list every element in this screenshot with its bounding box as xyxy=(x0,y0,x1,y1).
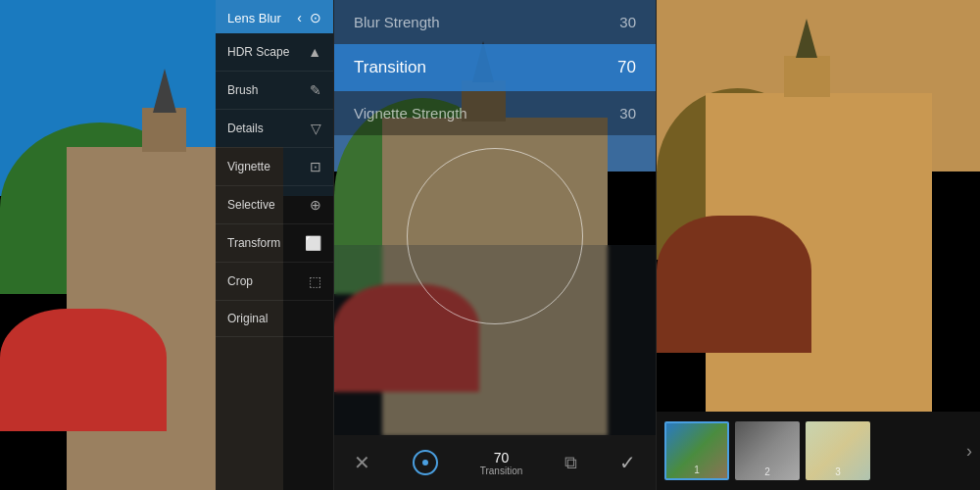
crop-icon: ⬚ xyxy=(309,273,321,289)
panel-2: Blur Strength 30 Transition 70 Vignette … xyxy=(333,0,657,490)
sidebar-item-label: Brush xyxy=(227,83,258,97)
transform-icon: ⬜ xyxy=(305,235,321,251)
transition-row[interactable]: Transition 70 xyxy=(334,44,656,91)
sidebar-item-details[interactable]: Details ▽ xyxy=(216,110,333,148)
toolbar-panel2: ✕ 70 Transition ⧉ ✓ xyxy=(334,435,656,490)
sidebar-item-label: Details xyxy=(227,122,264,135)
toolbar-transition-label: Transition xyxy=(480,466,523,476)
blur-strength-row[interactable]: Blur Strength 30 xyxy=(334,0,656,44)
toolbar-transition-value: 70 xyxy=(494,450,510,466)
sidebar-item-transform[interactable]: Transform ⬜ xyxy=(216,224,333,263)
back-icon[interactable]: ‹ xyxy=(297,10,302,25)
panel-1: Lens Blur ‹ ⊙ HDR Scape ▲ Brush ✎ Detail… xyxy=(0,0,333,490)
sidebar-item-crop[interactable]: Crop ⬚ xyxy=(216,263,333,301)
filmstrip-thumb-2[interactable]: 2 xyxy=(735,421,800,480)
sidebar-item-vignette[interactable]: Vignette ⊡ xyxy=(216,148,333,186)
target-button[interactable] xyxy=(413,450,438,475)
sidebar-item-label: HDR Scape xyxy=(227,45,289,59)
blur-strength-label: Blur Strength xyxy=(354,14,440,30)
brush-icon: ✎ xyxy=(310,82,321,98)
sidebar-header: Lens Blur ‹ ⊙ xyxy=(216,0,333,33)
panel-3: 1 2 3 › xyxy=(657,0,980,490)
details-icon: ▽ xyxy=(311,121,321,136)
vignette-strength-row[interactable]: Vignette Strength 30 xyxy=(334,91,656,135)
selective-icon: ⊕ xyxy=(310,197,321,213)
filmstrip-thumb-1[interactable]: 1 xyxy=(664,421,729,480)
stack-icon[interactable]: ⧉ xyxy=(564,453,577,473)
thumb-number-1: 1 xyxy=(694,465,700,475)
target-icon[interactable]: ⊙ xyxy=(310,10,321,25)
sidebar-item-brush[interactable]: Brush ✎ xyxy=(216,72,333,110)
filmstrip: 1 2 3 › xyxy=(657,412,980,490)
sidebar-title: Lens Blur xyxy=(227,11,281,25)
sidebar-header-icons: ‹ ⊙ xyxy=(297,10,321,25)
sidebar-item-selective[interactable]: Selective ⊕ xyxy=(216,186,333,224)
sidebar-item-label: Vignette xyxy=(227,160,270,173)
vignette-strength-label: Vignette Strength xyxy=(354,105,467,122)
shrubs-1 xyxy=(0,309,167,431)
transition-label: Transition xyxy=(354,58,426,77)
sidebar-menu: Lens Blur ‹ ⊙ HDR Scape ▲ Brush ✎ Detail… xyxy=(216,0,333,490)
target-dot xyxy=(422,460,428,466)
hdrscape-icon: ▲ xyxy=(308,44,321,60)
cancel-button[interactable]: ✕ xyxy=(354,451,370,474)
sidebar-item-label: Original xyxy=(227,312,268,325)
lens-blur-circle[interactable] xyxy=(407,148,583,324)
thumb-number-3: 3 xyxy=(835,466,841,477)
sidebar-item-hdrscape[interactable]: HDR Scape ▲ xyxy=(216,33,333,72)
sidebar-item-original[interactable]: Original xyxy=(216,301,333,337)
vignette-strength-value: 30 xyxy=(619,105,636,122)
transition-value: 70 xyxy=(617,58,636,77)
filmstrip-thumb-3[interactable]: 3 xyxy=(806,421,870,480)
thumb-number-2: 2 xyxy=(764,466,770,477)
sidebar-item-label: Selective xyxy=(227,198,275,212)
confirm-button[interactable]: ✓ xyxy=(619,451,636,474)
toolbar-center-info: 70 Transition xyxy=(480,450,523,476)
blur-strength-value: 30 xyxy=(619,14,636,30)
sidebar-item-label: Transform xyxy=(227,236,280,250)
vignette-icon: ⊡ xyxy=(310,159,321,174)
overlay-controls: Blur Strength 30 Transition 70 Vignette … xyxy=(334,0,656,135)
sidebar-item-label: Crop xyxy=(227,274,253,288)
filmstrip-chevron-icon[interactable]: › xyxy=(966,441,972,462)
